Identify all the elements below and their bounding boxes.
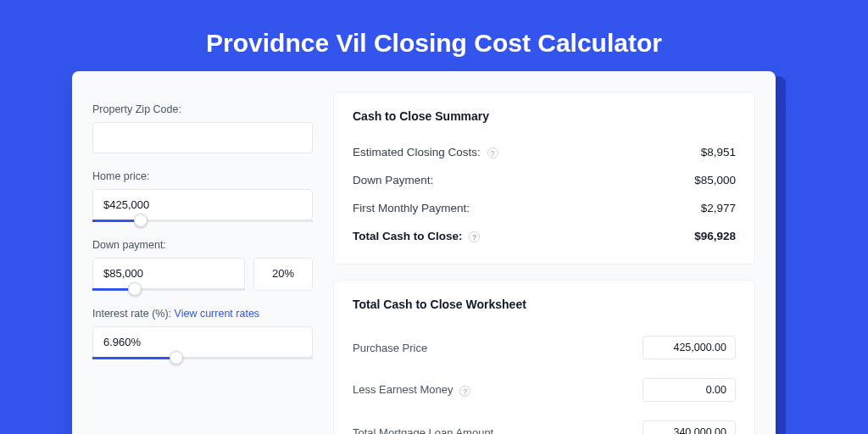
interest-rate-label-text: Interest rate (%): (92, 308, 171, 320)
summary-value: $85,000 (694, 174, 736, 186)
down-payment-pct[interactable]: 20% (253, 258, 313, 291)
interest-rate-track (92, 357, 313, 359)
summary-label: Estimated Closing Costs: (353, 146, 481, 159)
worksheet-heading: Total Cash to Close Worksheet (353, 298, 736, 311)
calculator-card: Property Zip Code: Home price: Down paym (72, 71, 776, 434)
worksheet-input[interactable] (643, 378, 736, 402)
page-title: Providnce Vil Closing Cost Calculator (0, 0, 868, 76)
interest-rate-thumb[interactable] (170, 351, 183, 364)
down-payment-track (92, 288, 245, 291)
card-container: Property Zip Code: Home price: Down paym (0, 76, 868, 434)
view-rates-link[interactable]: View current rates (175, 308, 260, 320)
home-price-field: Home price: (92, 170, 313, 222)
summary-label: Down Payment: (353, 174, 433, 186)
home-price-track (92, 220, 313, 222)
worksheet-panel: Total Cash to Close Worksheet Purchase P… (333, 280, 755, 434)
worksheet-input[interactable] (643, 336, 736, 359)
worksheet-label: Purchase Price (353, 342, 427, 354)
home-price-label: Home price: (92, 170, 313, 182)
zip-input[interactable] (92, 122, 313, 153)
zip-label: Property Zip Code: (92, 103, 313, 115)
down-payment-input[interactable] (92, 258, 245, 289)
worksheet-row-mortgage-amount: Total Mortgage Loan Amount (353, 411, 736, 434)
summary-panel: Cash to Close Summary Estimated Closing … (333, 92, 755, 264)
down-payment-thumb[interactable] (128, 282, 142, 296)
home-price-input[interactable] (92, 189, 313, 220)
summary-total-value: $96,928 (694, 230, 736, 242)
home-price-slider[interactable] (92, 189, 313, 222)
summary-row-first-monthly: First Monthly Payment: $2,977 (353, 194, 736, 222)
help-icon[interactable]: ? (487, 147, 498, 159)
home-price-thumb[interactable] (134, 214, 147, 227)
summary-row-total: Total Cash to Close: ? $96,928 (353, 222, 736, 250)
down-payment-label: Down payment: (92, 239, 313, 251)
summary-row-closing-costs: Estimated Closing Costs: ? $8,951 (353, 138, 736, 166)
help-icon[interactable]: ? (459, 386, 470, 397)
card-shadow: Property Zip Code: Home price: Down paym (82, 76, 786, 434)
zip-field: Property Zip Code: (92, 103, 313, 153)
down-payment-slider[interactable] (92, 258, 245, 291)
summary-value: $8,951 (701, 146, 736, 159)
worksheet-row-earnest-money: Less Earnest Money ? (353, 369, 736, 411)
worksheet-row-purchase-price: Purchase Price (353, 326, 736, 369)
interest-rate-field: Interest rate (%): View current rates (92, 308, 313, 359)
worksheet-label: Total Mortgage Loan Amount (353, 426, 493, 435)
summary-label: First Monthly Payment: (353, 202, 470, 214)
interest-rate-input[interactable] (92, 326, 313, 358)
summary-heading: Cash to Close Summary (353, 109, 736, 123)
summary-row-down-payment: Down Payment: $85,000 (353, 166, 736, 194)
inputs-column: Property Zip Code: Home price: Down paym (92, 92, 313, 434)
down-payment-field: Down payment: 20% (92, 239, 313, 291)
worksheet-label: Less Earnest Money (353, 383, 453, 396)
summary-value: $2,977 (701, 202, 736, 214)
interest-rate-label: Interest rate (%): View current rates (92, 308, 313, 320)
summary-total-label: Total Cash to Close: (353, 230, 463, 242)
interest-rate-fill (92, 357, 176, 359)
results-column: Cash to Close Summary Estimated Closing … (333, 92, 755, 434)
help-icon[interactable]: ? (469, 231, 480, 242)
worksheet-input[interactable] (643, 420, 736, 434)
interest-rate-slider[interactable] (92, 326, 313, 359)
